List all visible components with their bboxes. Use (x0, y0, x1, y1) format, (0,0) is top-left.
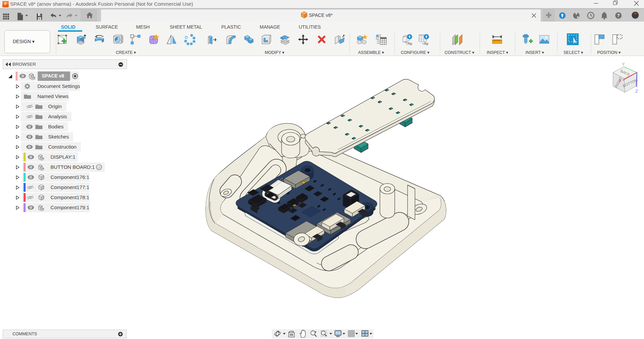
svg-text:X: X (619, 78, 622, 83)
svg-text:Z: Z (635, 89, 638, 94)
svg-text:Y: Y (622, 62, 625, 67)
svg-text:?: ? (617, 13, 620, 18)
svg-text:F: F (4, 2, 7, 6)
